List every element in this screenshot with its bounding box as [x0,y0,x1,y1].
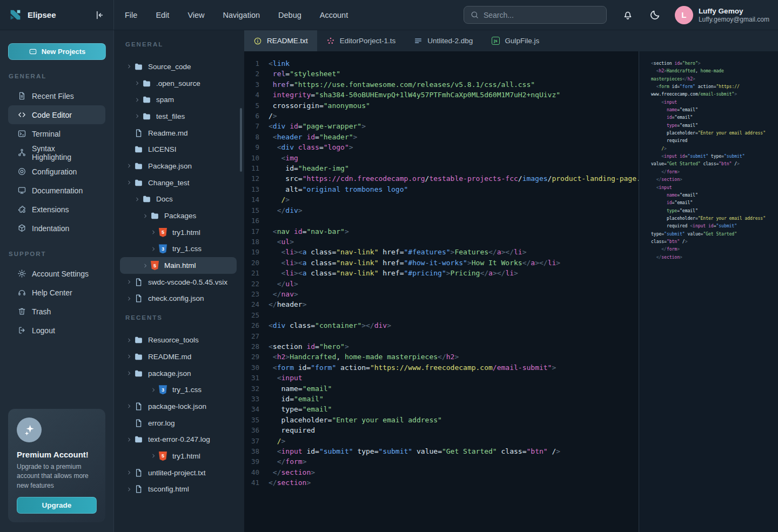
tree-item-test-files[interactable]: test_files [120,108,237,125]
tree-item-swdc-vscode-0-5-45-vsix[interactable]: swdc-vscode-0.5.45.vsix [120,274,237,291]
tree-scrollbar[interactable] [240,108,242,172]
tree-item-label: Resuorce_tools [148,336,199,344]
monitor-icon [17,186,26,195]
code-text: /> [269,111,277,121]
sidebar-item-code-editor[interactable]: Code Editor [8,105,105,124]
editor-area: README.txtEditorPorject-1.tsUntlited-2.d… [244,30,778,532]
minimap: <section id="hero"> <h2>Handcrafted, hom… [639,51,778,532]
code-line: 31 <input [244,373,639,383]
code-line: 10 <img [244,153,639,163]
file-icon [134,484,143,494]
tree-item-docs[interactable]: Docs [120,191,237,208]
notifications-button[interactable] [622,9,634,21]
tree-item-try-1-css[interactable]: 3try_1.css [120,241,237,258]
search-input[interactable] [484,11,600,19]
sidebar-item-label: Trash [32,307,51,316]
line-number: 5 [244,100,259,111]
tree-item-change-test[interactable]: Change_test [120,174,237,191]
line-number: 21 [244,268,259,278]
sidebar-item-syntax-highlighting[interactable]: Syntax Highlighting [8,143,105,162]
tree-item-package-lock-json[interactable]: package-lock.json [120,398,237,415]
tab-readme-txt[interactable]: README.txt [244,30,317,51]
tree-item-check-config-json[interactable]: check.config.json [120,291,237,307]
avatar[interactable]: L [675,6,693,24]
line-number: 17 [244,226,259,237]
tree-item-main-html[interactable]: 5Main.html [120,257,237,274]
sidebar-item-indentation[interactable]: Indentation [8,219,105,238]
premium-card: Premium Account! Upgrade to a premium ac… [8,409,105,522]
tree-item-source-code[interactable]: Source_code [120,58,237,75]
code-line: 8 <header id="header"> [244,132,639,142]
code-text: crossorigin="anonymous" [269,100,370,111]
chevron-spacer [126,146,132,153]
tree-item-package-json[interactable]: package.json [120,365,237,382]
tree-item-open-source[interactable]: .open_source [120,75,237,92]
chevron-right-icon [151,386,156,394]
tree-item-label: Source_code [148,63,191,71]
tree-item-untlited-project-txt[interactable]: untlited-project.txt [120,464,237,481]
tab-untlited-2-dbg[interactable]: Untlited-2.dbg [405,30,482,51]
minimap-line: placeholder="Enter your email address" [651,130,775,137]
tree-item-licensi[interactable]: LICENSI [120,141,237,158]
line-number: 2 [244,69,259,79]
tab-gulpfile-js[interactable]: jsGulpFile.js [482,30,548,51]
tree-item-tsconfig-html[interactable]: tsconfig.html [120,481,237,498]
menu-view[interactable]: View [187,11,204,19]
sidebar-item-account-settings[interactable]: Account Settings [8,264,105,283]
code-text: </form> [269,456,306,467]
chevron-right-icon [126,369,132,377]
app-title: Elipsee [28,10,56,19]
sidebar-item-documentation[interactable]: Documentation [8,181,105,200]
tree-item-error-log[interactable]: error.log [120,415,237,432]
sidebar-item-help-center[interactable]: Help Center [8,283,105,302]
line-number: 30 [244,362,259,373]
line-number: 6 [244,111,259,121]
minimap-line: required <input id="submit" [651,223,775,230]
code-text: </nav> [269,289,298,299]
code-text: <img [269,153,298,163]
menu-bar: FileEditViewNavigationDebugAccount [125,11,348,19]
file-icon [134,129,143,138]
premium-badge [17,417,42,442]
upgrade-button[interactable]: Upgrade [17,497,97,514]
sidebar-item-trash[interactable]: Trash [8,302,105,321]
line-number: 39 [244,456,259,467]
sidebar-item-configuration[interactable]: Configuration [8,162,105,181]
tree-item-spam[interactable]: spam [120,91,237,108]
line-number: 4 [244,90,259,100]
line-number: 36 [244,425,259,435]
menu-navigation[interactable]: Navigation [223,11,260,19]
collapse-sidebar-button[interactable] [93,9,105,21]
line-number: 9 [244,142,259,152]
folder-icon [134,435,143,444]
tree-item-readme-md[interactable]: README.md [120,348,237,365]
menu-account[interactable]: Account [320,11,348,19]
code-line: 22 </ul> [244,279,639,289]
sidebar-item-terminal[interactable]: Terminal [8,124,105,143]
new-projects-button[interactable]: New Projects [8,43,106,60]
theme-toggle-button[interactable] [649,9,661,21]
tree-item-try1-html[interactable]: 5try1.html [120,448,237,464]
tree-item-readme-md[interactable]: Readme.md [120,125,237,142]
tree-item-packages[interactable]: Packages [120,207,237,224]
menu-edit[interactable]: Edit [156,11,169,19]
tree-item-package-json[interactable]: Package.json [120,158,237,174]
line-number: 27 [244,331,259,341]
sidebar-item-extensions[interactable]: Extensions [8,200,105,219]
tree-item-try1-html[interactable]: 5try1.html [120,224,237,241]
code-line: 40 </section> [244,467,639,477]
menu-debug[interactable]: Debug [278,11,301,19]
file-icon [134,419,143,428]
sidebar-item-logout[interactable]: Logout [8,321,105,340]
sidebar-item-label: Recent Files [32,92,74,100]
tab-editorporject-1-ts[interactable]: EditorPorject-1.ts [317,30,405,51]
chevron-right-icon [143,212,148,220]
tree-item-label: Change_test [148,179,190,187]
menu-file[interactable]: File [125,11,137,19]
sidebar-item-recent-files[interactable]: Recent Files [8,86,105,105]
tree-item-text-error-0-247-log[interactable]: text-error-0.247.log [120,431,237,448]
tree-item-resuorce-tools[interactable]: Resuorce_tools [120,332,237,348]
tree-item-try-1-css[interactable]: 3try_1.css [120,381,237,398]
code-line: 4 integrity="sha384-50oBUHEmvpQ+1lW4y57P… [244,90,639,100]
tree-item-label: Main.html [164,261,196,270]
